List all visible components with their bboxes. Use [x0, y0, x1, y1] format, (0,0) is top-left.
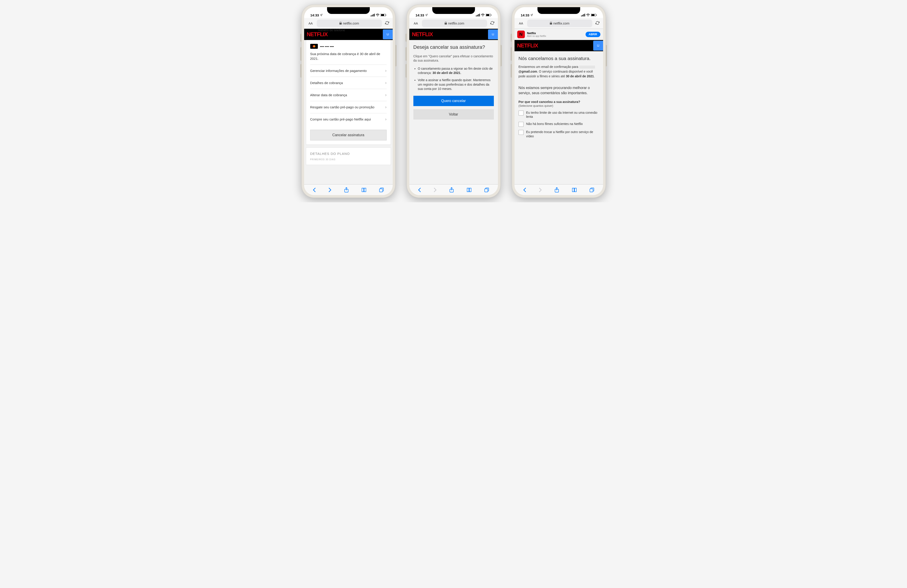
app-name: Netflix — [527, 32, 583, 35]
svg-rect-21 — [491, 32, 495, 36]
svg-rect-8 — [386, 32, 390, 36]
wifi-icon — [586, 13, 590, 17]
svg-rect-38 — [590, 189, 593, 192]
survey-intro: Nós estamos sempre procurando melhorar o… — [519, 85, 599, 96]
netflix-logo[interactable]: NETFLIX — [517, 42, 538, 49]
svg-rect-15 — [478, 14, 479, 16]
survey-option-1[interactable]: Eu tenho limite de uso da Internet ou um… — [519, 111, 599, 119]
bookmarks-button[interactable] — [572, 188, 577, 192]
list-item-label: Detalhes de cobrança — [310, 81, 343, 85]
phone-mockup-2: 14:33 AA netflix.com NETFLIX — [407, 5, 501, 198]
billing-details-link[interactable]: Detalhes de cobrança › — [310, 77, 387, 89]
wifi-icon — [481, 13, 485, 17]
svg-rect-19 — [491, 14, 491, 16]
next-billing-text: Sua próxima data de cobrança é 30 de abr… — [310, 51, 387, 64]
svg-point-9 — [387, 33, 387, 34]
phone-mockup-1: 14:33 AA netflix.com número de telefone — [301, 5, 396, 198]
safari-url-bar: AA netflix.com — [409, 18, 498, 29]
svg-point-35 — [597, 45, 598, 45]
url-field[interactable]: netflix.com — [317, 19, 382, 27]
svg-point-22 — [492, 33, 492, 34]
bookmarks-button[interactable] — [361, 188, 366, 192]
url-field[interactable]: netflix.com — [422, 19, 487, 27]
location-icon — [530, 13, 533, 17]
back-button[interactable]: Voltar — [413, 109, 494, 120]
open-app-button[interactable]: ABRIR — [586, 32, 600, 37]
card-number-masked: •••• •••• •••• — [320, 45, 334, 48]
chevron-right-icon: › — [385, 80, 387, 85]
forward-button — [434, 187, 437, 192]
cancel-page-title: Deseja cancelar sua assinatura? — [413, 44, 494, 51]
share-button[interactable] — [449, 187, 454, 192]
signal-icon — [581, 13, 585, 17]
status-time: 14:33 — [416, 13, 424, 17]
svg-rect-5 — [381, 14, 384, 16]
netflix-logo[interactable]: NETFLIX — [412, 31, 433, 38]
back-button[interactable] — [418, 187, 421, 192]
chat-icon[interactable] — [488, 29, 498, 39]
redeem-card-link[interactable]: Resgate seu cartão pré-pago ou promoção … — [310, 101, 387, 113]
back-button[interactable] — [312, 187, 316, 192]
cancel-bullet-2: Volte a assinar a Netflix quando quiser.… — [418, 78, 494, 91]
netflix-app-icon: N — [517, 30, 525, 38]
checkbox-label: Eu tenho limite de uso da Internet ou um… — [526, 111, 599, 119]
url-domain: netflix.com — [448, 21, 464, 25]
reload-button[interactable] — [489, 20, 496, 27]
chat-icon[interactable] — [593, 41, 603, 51]
checkbox[interactable] — [519, 130, 524, 135]
bookmarks-button[interactable] — [467, 188, 471, 192]
svg-rect-14 — [477, 15, 478, 16]
survey-option-2[interactable]: Não há bons filmes suficientes na Netfli… — [519, 122, 599, 127]
battery-icon — [486, 13, 492, 17]
svg-rect-16 — [479, 14, 480, 16]
svg-rect-27 — [582, 15, 583, 16]
status-time: 14:33 — [311, 13, 319, 17]
back-button[interactable] — [523, 187, 526, 192]
chat-icon[interactable] — [383, 29, 393, 39]
share-button[interactable] — [344, 187, 349, 192]
survey-option-3[interactable]: Eu pretendo trocar a Netflix por outro s… — [519, 130, 599, 138]
share-button[interactable] — [554, 187, 559, 192]
url-domain: netflix.com — [343, 21, 359, 25]
cancel-page-subtitle: Clique em "Quero cancelar" para efetuar … — [413, 54, 494, 63]
chevron-right-icon: › — [385, 105, 387, 109]
plan-details-section: DETALHES DO PLANO PRIMEIROS 30 DIAS — [306, 147, 391, 165]
manage-payment-link[interactable]: Gerenciar informações de pagamento › — [310, 64, 387, 77]
buy-card-link[interactable]: Compre seu cartão pré-pago Netflix aqui … — [310, 113, 387, 125]
svg-rect-0 — [371, 16, 371, 16]
text-size-button[interactable]: AA — [412, 20, 420, 27]
tabs-button[interactable] — [379, 187, 384, 192]
svg-rect-13 — [476, 16, 476, 16]
forward-button[interactable] — [329, 187, 332, 192]
tabs-button[interactable] — [590, 187, 595, 192]
lock-icon — [340, 21, 342, 25]
checkbox[interactable] — [519, 122, 524, 127]
tabs-button[interactable] — [484, 187, 489, 192]
chevron-right-icon: › — [385, 117, 387, 122]
list-item-label: Alterar data de cobrança — [310, 93, 347, 97]
cancel-subscription-button[interactable]: Cancelar assinatura — [310, 130, 387, 141]
confirm-cancel-button[interactable]: Quero cancelar — [413, 96, 494, 106]
text-size-button[interactable]: AA — [306, 20, 315, 27]
change-billing-date-link[interactable]: Alterar data de cobrança › — [310, 89, 387, 101]
svg-rect-26 — [581, 16, 582, 16]
safari-toolbar — [409, 184, 498, 195]
safari-toolbar — [304, 184, 393, 195]
mastercard-icon — [310, 44, 318, 49]
url-domain: netflix.com — [553, 21, 569, 25]
svg-rect-33 — [550, 23, 552, 24]
lock-icon — [445, 21, 447, 25]
url-field[interactable]: netflix.com — [527, 19, 592, 27]
signal-icon — [476, 13, 480, 17]
plan-details-subtitle: PRIMEIROS 30 DIAS — [310, 158, 387, 161]
checkbox[interactable] — [519, 111, 524, 115]
reload-button[interactable] — [594, 20, 601, 27]
forward-button — [539, 187, 542, 192]
reload-button[interactable] — [384, 20, 391, 27]
confirmation-text: Enviaremos um email de confirmação para … — [519, 64, 599, 79]
list-item-label: Gerenciar informações de pagamento — [310, 69, 367, 73]
signal-icon — [371, 13, 375, 17]
text-size-button[interactable]: AA — [517, 20, 526, 27]
app-subtitle: Abrir no app Netflix — [527, 35, 583, 37]
svg-rect-32 — [596, 14, 596, 16]
